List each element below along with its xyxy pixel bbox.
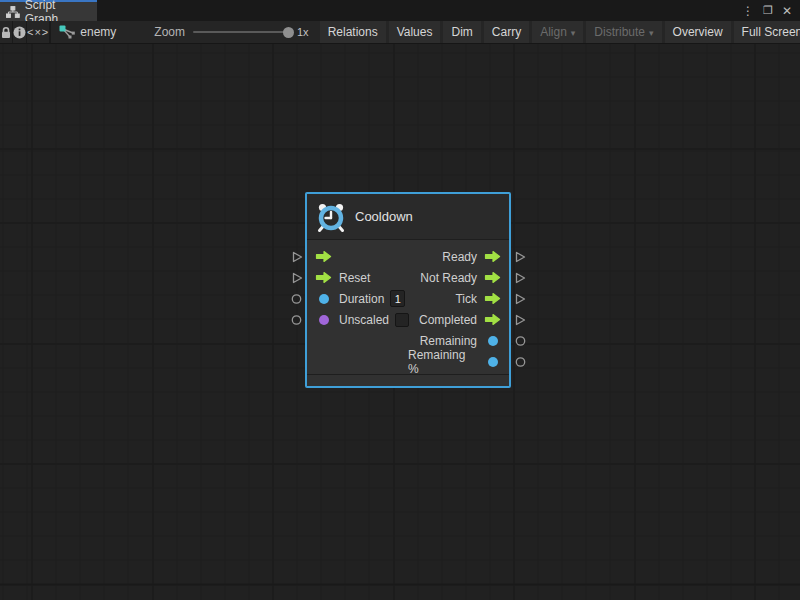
- ext-flow-output-port-not-ready[interactable]: [515, 272, 526, 284]
- node-ports: Ready Reset Not Ready: [307, 240, 509, 374]
- relations-button[interactable]: Relations: [320, 21, 386, 43]
- breadcrumb-label: enemy: [80, 25, 116, 39]
- unscaled-checkbox[interactable]: [395, 313, 409, 327]
- port-row: Reset Not Ready: [307, 267, 509, 288]
- ext-flow-input-port[interactable]: [292, 251, 303, 263]
- value-output-remaining-pct[interactable]: Remaining %: [408, 348, 501, 376]
- zoom-label: Zoom: [154, 25, 185, 39]
- ext-flow-input-port-reset[interactable]: [292, 272, 303, 284]
- value-dot-icon: [484, 334, 501, 347]
- flow-input-invoke[interactable]: [315, 250, 408, 263]
- overview-button[interactable]: Overview: [665, 21, 731, 43]
- graph-hierarchy-icon: [6, 6, 20, 18]
- window-menu-icon[interactable]: ⋮: [742, 5, 754, 17]
- flow-input-reset[interactable]: Reset: [315, 271, 408, 285]
- flow-arrow-icon: [315, 250, 332, 263]
- ext-flow-output-port-ready[interactable]: [515, 251, 526, 263]
- values-button[interactable]: Values: [389, 21, 441, 43]
- info-button[interactable]: [13, 21, 27, 43]
- tab-bar: Script Graph ⋮ ❐ ✕: [0, 0, 800, 21]
- tab-script-graph[interactable]: Script Graph: [0, 0, 97, 21]
- alarm-clock-icon: [315, 201, 347, 233]
- lock-icon: [0, 26, 12, 39]
- value-output-remaining[interactable]: Remaining: [408, 334, 501, 348]
- flow-output-tick[interactable]: Tick: [408, 292, 501, 306]
- port-row: Remaining %: [307, 351, 509, 372]
- flow-output-ready[interactable]: Ready: [408, 250, 501, 264]
- duration-value-field[interactable]: 1: [390, 290, 405, 307]
- value-input-duration[interactable]: Duration 1: [315, 290, 408, 307]
- graph-toolbar: <×> enemy Zoom 1x Relations Values Dim C…: [0, 21, 800, 44]
- node-title: Cooldown: [355, 209, 413, 224]
- chevron-down-icon: ▾: [649, 28, 654, 38]
- flow-arrow-icon: [484, 250, 501, 263]
- port-row: Duration 1 Tick: [307, 288, 509, 309]
- script-machine-icon: [59, 25, 75, 39]
- port-row: Unscaled Completed: [307, 309, 509, 330]
- flow-arrow-icon: [484, 292, 501, 305]
- ext-flow-output-port-completed[interactable]: [515, 314, 526, 326]
- zoom-value: 1x: [297, 26, 309, 38]
- flow-arrow-icon: [484, 271, 501, 284]
- node-header[interactable]: Cooldown: [307, 194, 509, 240]
- lock-button[interactable]: [0, 21, 13, 43]
- align-dropdown[interactable]: Align ▾: [532, 21, 583, 43]
- flow-arrow-icon: [315, 271, 332, 284]
- breadcrumb-enemy[interactable]: enemy: [51, 21, 126, 43]
- maximize-icon[interactable]: ❐: [763, 5, 773, 16]
- zoom-slider-handle[interactable]: [283, 27, 294, 38]
- value-dot-icon: [315, 292, 332, 305]
- value-input-unscaled[interactable]: Unscaled: [315, 313, 409, 327]
- close-icon[interactable]: ✕: [782, 5, 792, 17]
- distribute-dropdown[interactable]: Distribute ▾: [586, 21, 661, 43]
- zoom-slider[interactable]: [193, 31, 289, 33]
- ext-flow-output-port-tick[interactable]: [515, 293, 526, 305]
- carry-button[interactable]: Carry: [484, 21, 529, 43]
- ext-value-input-port-unscaled[interactable]: [291, 314, 302, 326]
- toolbar-buttons: Relations Values Dim Carry Align ▾ Distr…: [317, 21, 800, 43]
- value-dot-icon: [315, 313, 332, 326]
- angle-x-icon: <×>: [27, 26, 49, 38]
- connections-toggle-button[interactable]: <×>: [27, 21, 50, 43]
- value-dot-icon: [484, 355, 501, 368]
- dim-button[interactable]: Dim: [443, 21, 480, 43]
- zoom-control: Zoom 1x: [126, 21, 316, 43]
- node-footer: [307, 374, 509, 386]
- flow-output-not-ready[interactable]: Not Ready: [408, 271, 501, 285]
- ext-value-output-port-remaining[interactable]: [515, 335, 526, 347]
- flow-output-completed[interactable]: Completed: [409, 313, 501, 327]
- ext-value-output-port-remaining-pct[interactable]: [515, 356, 526, 368]
- flow-arrow-icon: [484, 313, 501, 326]
- ext-value-input-port-duration[interactable]: [291, 293, 302, 305]
- full-screen-button[interactable]: Full Screen: [734, 21, 800, 43]
- script-graph-window: { "window": { "tab_label": "Script Graph…: [0, 0, 800, 600]
- cooldown-node[interactable]: Cooldown Ready Reset: [305, 192, 511, 388]
- info-icon: [13, 26, 26, 39]
- chevron-down-icon: ▾: [571, 28, 576, 38]
- window-controls: ⋮ ❐ ✕: [742, 0, 800, 21]
- port-row: Ready: [307, 246, 509, 267]
